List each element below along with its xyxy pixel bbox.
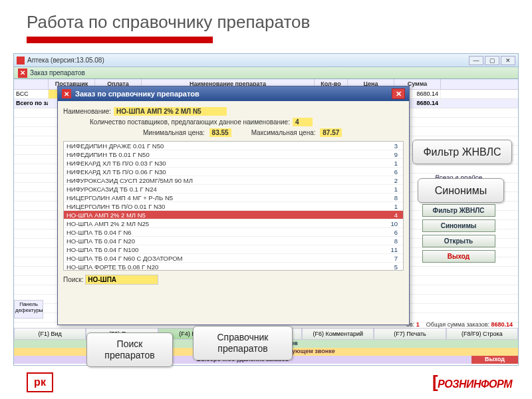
reference-dialog: ✕ Заказ по справочнику препаратов ✕ Наим… [57, 86, 410, 325]
total-label: Всего по заказу [14, 99, 49, 108]
drug-count: 2 [383, 177, 403, 184]
dialog-title: Заказ по справочнику препаратов [75, 90, 200, 98]
drug-name: НО-ШПА АМП 2% 2 МЛ N5 [64, 211, 383, 219]
drug-count: 8 [383, 237, 403, 245]
app-title-prefix: Аптека (версия: [27, 57, 76, 64]
drug-list-row[interactable]: НО-ШПА ТБ 0.04 Г N10011 [64, 245, 403, 254]
drug-list-row[interactable]: НО-ШПА АМП 2% 2 МЛ N2510 [64, 219, 403, 228]
drug-list[interactable]: НИФЕДИПИН ДРАЖЕ 0.01 Г N503НИФЕДИПИН ТБ … [63, 141, 404, 271]
status-bar: ов: 1 Общая сумма заказов: 8680.14 [406, 321, 513, 328]
filter-zhvnls-button[interactable]: Фильтр ЖВНЛС [422, 204, 495, 217]
maximize-button[interactable]: ▢ [485, 56, 499, 65]
name-label: Наименование: [63, 108, 111, 115]
drug-name: НИФЕКАРД ХЛ ТБ П/О 0.03 Г N30 [64, 160, 383, 167]
drug-name: НИЦЕРГОЛИН АМП 4 МГ + Р-ЛЬ N5 [64, 194, 383, 201]
sub-titlebar: ✕ Заказ препаратов [14, 67, 518, 79]
drug-name: НИФЕКАРД ХЛ ТБ П/О 0.06 Г N30 [64, 168, 383, 176]
drug-count: 5 [383, 263, 403, 271]
exit-button[interactable]: Выход [422, 250, 495, 263]
drug-count: 4 [383, 211, 403, 219]
open-button[interactable]: Открыть [422, 235, 495, 247]
app-version: 13.05.08 [76, 57, 102, 64]
min-price-value: 83.55 [209, 128, 231, 137]
drug-name: НО-ШПА ТБ 0.04 Г N100 [64, 246, 383, 253]
suppliers-label: Количество поставщиков, предлагающих дан… [90, 118, 290, 126]
drug-name: НО-ШПА ТБ 0.04 Г N20 [64, 237, 383, 245]
fn-f7[interactable]: (F7) Печать [374, 328, 446, 340]
drug-list-row[interactable]: НО-ШПА ТБ 0.04 Г N66 [64, 228, 403, 237]
max-price-value: 87.57 [320, 128, 342, 137]
drug-name: НИФЕДИПИН ДРАЖЕ 0.01 Г N50 [64, 142, 383, 150]
name-value: НО-ШПА АМП 2% 2 МЛ N5 [114, 107, 227, 116]
cell-marker: БСС [14, 90, 49, 98]
fn-f8[interactable]: (F8/F9) Строка [446, 328, 518, 340]
drug-name: НИЦЕРГОЛИН ТБ П/О 0.01 Г N30 [64, 203, 383, 210]
drug-name: НО-ШПА ТБ 0.04 Г N60 С ДОЗАТОРОМ [64, 255, 383, 262]
logo-inform: [РОЗНИНФОРМ [432, 372, 512, 392]
drug-list-row[interactable]: НИФЕДИПИН ТБ 0.01 Г N509 [64, 150, 403, 159]
min-price-label: Минимальная цена: [143, 129, 205, 136]
drug-list-row[interactable]: НО-ШПА ФОРТЕ ТБ 0.08 Г N205 [64, 263, 403, 271]
drug-list-row[interactable]: НО-ШПА ТБ 0.04 Г N60 С ДОЗАТОРОМ7 [64, 254, 403, 263]
accent-bar [27, 37, 213, 43]
drug-list-row[interactable]: НИФЕДИПИН ДРАЖЕ 0.01 Г N503 [64, 142, 403, 150]
drug-name: НО-ШПА ФОРТЕ ТБ 0.08 Г N20 [64, 263, 383, 271]
drug-count: 1 [383, 203, 403, 210]
dialog-close-button[interactable]: ✕ [392, 88, 405, 99]
drug-name: НИФУРОКСАЗИД СУСП 220МГ/5МЛ 90 МЛ [64, 177, 383, 184]
drug-count: 3 [383, 142, 403, 150]
app-icon [17, 57, 25, 65]
callout-filter: Фильтр ЖНВЛС [412, 140, 512, 164]
drug-count: 1 [383, 186, 403, 193]
drug-list-row[interactable]: НИФУРОКСАЗИД СУСП 220МГ/5МЛ 90 МЛ2 [64, 176, 403, 185]
drug-name: НИФЕДИПИН ТБ 0.01 Г N50 [64, 151, 383, 158]
drug-count: 6 [383, 229, 403, 236]
search-input[interactable] [85, 275, 158, 285]
drug-count: 11 [383, 246, 403, 253]
strip-exit[interactable]: Выход [471, 356, 518, 364]
drug-list-row[interactable]: НО-ШПА АМП 2% 2 МЛ N54 [64, 211, 403, 219]
synonyms-button[interactable]: Синонимы [422, 219, 495, 232]
drug-name: НО-ШПА ТБ 0.04 Г N6 [64, 229, 383, 236]
drug-name: НИФУРОКСАЗИД ТБ 0.1 Г N24 [64, 186, 383, 193]
dialog-titlebar[interactable]: ✕ Заказ по справочнику препаратов ✕ [58, 86, 409, 101]
drug-list-row[interactable]: НИЦЕРГОЛИН АМП 4 МГ + Р-ЛЬ N58 [64, 194, 403, 202]
drug-count: 6 [383, 168, 403, 176]
drug-name: НО-ШПА АМП 2% 2 МЛ N25 [64, 220, 383, 227]
drug-count: 1 [383, 160, 403, 167]
minimize-button[interactable]: — [469, 56, 483, 65]
callout-search: Поиск препаратов [86, 332, 173, 367]
max-price-label: Максимальная цена: [251, 129, 316, 136]
defektura-panel-button[interactable]: Панель дефектуры [14, 300, 43, 319]
sub-title: Заказ препаратов [30, 69, 85, 76]
drug-count: 7 [383, 255, 403, 262]
suppliers-value: 4 [293, 118, 313, 126]
drug-list-row[interactable]: НИЦЕРГОЛИН ТБ П/О 0.01 Г N301 [64, 202, 403, 211]
app-title-suffix: ) [102, 57, 104, 64]
slide-title: Работа по справочнику препаратов [0, 0, 532, 37]
fn-f1[interactable]: (F1) Вид [14, 328, 86, 340]
close-icon[interactable]: ✕ [18, 68, 27, 78]
drug-list-row[interactable]: НИФУРОКСАЗИД ТБ 0.1 Г N241 [64, 185, 403, 194]
close-button[interactable]: ✕ [501, 56, 515, 65]
titlebar: Аптека (версия: 13.05.08 ) — ▢ ✕ [14, 54, 518, 67]
dialog-icon: ✕ [62, 89, 71, 98]
app-window: Аптека (версия: 13.05.08 ) — ▢ ✕ ✕ Заказ… [13, 53, 519, 366]
callout-reference: Справочник препаратов [193, 326, 293, 360]
drug-list-row[interactable]: НИФЕКАРД ХЛ ТБ П/О 0.03 Г N301 [64, 159, 403, 168]
logo-small: рк [27, 372, 53, 392]
drug-count: 10 [383, 220, 403, 227]
drug-count: 8 [383, 194, 403, 201]
drug-list-row[interactable]: НО-ШПА ТБ 0.04 Г N208 [64, 237, 403, 245]
callout-synonyms: Синонимы [418, 178, 504, 203]
drug-count: 9 [383, 151, 403, 158]
search-label: Поиск: [63, 276, 84, 283]
drug-list-row[interactable]: НИФЕКАРД ХЛ ТБ П/О 0.06 Г N306 [64, 168, 403, 176]
fn-f6[interactable]: (F6) Комментарий [302, 328, 374, 340]
